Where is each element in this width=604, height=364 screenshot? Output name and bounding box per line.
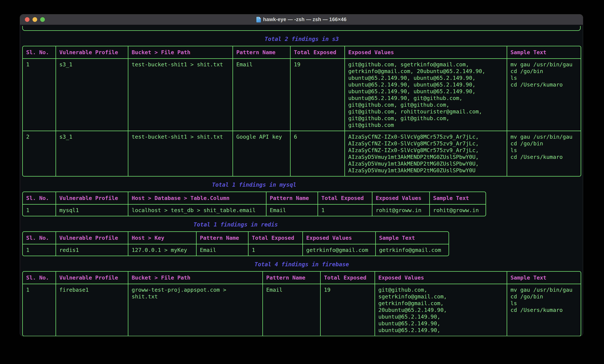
column-header: Sample Text [507,46,581,59]
table-cell: groww-test-proj.appspot.com > shit.txt [128,284,263,336]
findings-table-firebase: Sl. No. Vulnerable Profile Bucket > File… [22,271,581,336]
blue-document-icon [256,17,261,22]
column-header: Sample Text [376,232,449,244]
table-cell: 6 [290,131,345,176]
table-cell: 1 [23,59,56,131]
table-cell: 19 [320,284,375,336]
table-cell: 1 [248,244,302,256]
column-header: Pattern Name [263,272,320,284]
table-cell: s3_1 [56,131,128,176]
table-cell: mv gau /usr/bin/gau cd /go/bin ls cd /Us… [507,131,581,176]
column-header: Vulnerable Profile [56,272,128,284]
close-button[interactable] [25,17,29,22]
column-header: Exposed Values [372,192,429,204]
table-header-row: Sl. No. Vulnerable Profile Host > Databa… [23,192,486,204]
column-header: Exposed Values [375,272,507,284]
table-cell: rohit@groww.in [429,204,486,216]
findings-title-mysql: Total 1 findings in mysql [22,181,486,188]
column-header: Total Exposed [318,192,372,204]
table-row: 1 s3_1 test-bucket-shit1 > shit.txt Emai… [23,59,581,131]
table-cell: 127.0.0.1 > myKey [128,244,196,256]
table-cell: AIzaSyCfNZ-IZx0-SlVcVg8MCr575zv9_Ar7jLc,… [345,131,507,176]
window-controls [25,17,45,22]
column-header: Sample Text [429,192,486,204]
table-cell: Email [233,59,290,131]
section-firebase: Total 4 findings in firebase Sl. No. Vul… [22,261,581,336]
table-cell: getrkinfo@gmail.com [302,244,376,256]
table-cell: 1 [23,284,56,336]
table-header-row: Sl. No. Vulnerable Profile Bucket > File… [23,272,581,284]
table-cell: Email [263,284,320,336]
section-mysql: Total 1 findings in mysql Sl. No. Vulner… [22,181,486,216]
table-cell: firebase1 [56,284,128,336]
table-row: 1 firebase1 groww-test-proj.appspot.com … [23,284,581,336]
column-header: Host > Database > Table.Column [128,192,266,204]
column-header: Total Exposed [320,272,375,284]
table-cell: 19 [290,59,345,131]
table-header-row: Sl. No. Vulnerable Profile Host > Key Pa… [23,232,449,244]
findings-title-s3: Total 2 findings in s3 [22,36,581,42]
column-header: Bucket > File Path [128,272,263,284]
column-header: Total Exposed [248,232,302,244]
column-header: Pattern Name [266,192,318,204]
table-cell: mv gau /usr/bin/gau cd /go/bin ls cd /Us… [507,284,581,336]
table-cell: 1 [318,204,372,216]
column-header: Exposed Values [302,232,376,244]
table-cell: Email [266,204,318,216]
column-header: Sl. No. [23,46,56,59]
column-header: Pattern Name [196,232,248,244]
column-header: Exposed Values [345,46,507,59]
section-s3: Total 2 findings in s3 Sl. No. Vulnerabl… [22,36,581,176]
table-cell: 2 [23,131,56,176]
table-cell: git@github.com, sgetrkinfo@gmail.com, ge… [345,59,507,131]
column-header: Sl. No. [23,272,56,284]
table-cell: s3_1 [56,59,128,131]
table-cell: getrkinfo@gmail.com [376,244,449,256]
table-row: 1 redis1 127.0.0.1 > myKey Email 1 getrk… [23,244,449,256]
table-cell: mysql1 [56,204,128,216]
table-cell: Google API key [233,131,290,176]
column-header: Vulnerable Profile [56,232,128,244]
findings-title-firebase: Total 4 findings in firebase [22,261,581,268]
table-row: 1 mysql1 localhost > test_db > shit_tabl… [23,204,486,216]
table-cell: redis1 [56,244,128,256]
findings-table-s3: Sl. No. Vulnerable Profile Bucket > File… [22,46,581,176]
window-title: hawk-eye — -zsh — zsh — 166×46 [263,17,346,22]
column-header: Sl. No. [23,192,56,204]
column-header: Pattern Name [233,46,290,59]
table-cell: 1 [23,204,56,216]
column-header: Host > Key [128,232,196,244]
column-header: Total Exposed [290,46,345,59]
table-row: 2 s3_1 test-bucket-shit1 > shit.txt Goog… [23,131,581,176]
table-cell: localhost > test_db > shit_table.email [128,204,266,216]
zoom-button[interactable] [40,17,45,22]
table-cell: mv gau /usr/bin/gau cd /go/bin ls cd /Us… [507,59,581,131]
table-cell: test-bucket-shit1 > shit.txt [128,131,233,176]
terminal-window: hawk-eye — -zsh — zsh — 166×46 Total 2 f… [20,14,583,336]
previous-table-bottom-edge [22,26,581,31]
table-cell: 1 [23,244,56,256]
terminal-content: Total 2 findings in s3 Sl. No. Vulnerabl… [20,25,583,336]
column-header: Bucket > File Path [128,46,233,59]
column-header: Sl. No. [23,232,56,244]
table-cell: git@github.com, sgetrkinfo@gmail.com, ge… [375,284,507,336]
table-cell: Email [196,244,248,256]
findings-title-redis: Total 1 findings in redis [22,221,449,228]
minimize-button[interactable] [33,17,37,22]
findings-table-mysql: Sl. No. Vulnerable Profile Host > Databa… [22,191,486,216]
table-cell: test-bucket-shit1 > shit.txt [128,59,233,131]
window-titlebar: hawk-eye — -zsh — zsh — 166×46 [20,14,583,25]
column-header: Vulnerable Profile [56,46,128,59]
table-header-row: Sl. No. Vulnerable Profile Bucket > File… [23,46,581,59]
column-header: Sample Text [507,272,581,284]
section-redis: Total 1 findings in redis Sl. No. Vulner… [22,221,449,256]
table-cell: rohit@groww.in [372,204,429,216]
column-header: Vulnerable Profile [56,192,128,204]
findings-table-redis: Sl. No. Vulnerable Profile Host > Key Pa… [22,231,449,256]
